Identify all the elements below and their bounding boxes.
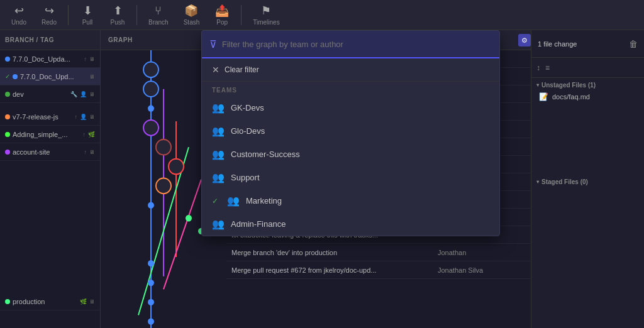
team-item-support[interactable]: 👥 Support: [202, 166, 499, 189]
branch-button[interactable]: ⑂ Branch: [142, 2, 175, 28]
branch-dot: [5, 92, 10, 97]
timelines-label: Timelines: [253, 19, 279, 26]
branch-bottom-spacer: [0, 310, 100, 328]
filter-search-input[interactable]: [222, 40, 492, 49]
trash-button[interactable]: 🗑: [629, 39, 638, 49]
branch-dot: [5, 150, 10, 155]
unstaged-section-label: Unstaged Files (1): [541, 82, 596, 89]
clear-filter-button[interactable]: ✕ Clear filter: [202, 58, 499, 82]
branch-dot: [13, 74, 18, 79]
center-area: GRAPH COMMIT MESSAGE AUTHOR ⚙: [101, 30, 531, 328]
toolbar-separator-1: [68, 5, 69, 25]
team-group-icon: 👥: [212, 148, 225, 160]
section-collapse-icon: ▾: [536, 82, 539, 88]
branch-name: Adding_simple_...: [13, 131, 80, 138]
branch-icon-monitor: 🖥: [89, 298, 95, 305]
branch-name: 7.7.0_Doc_Upda...: [13, 55, 82, 63]
active-check-icon: ✓: [5, 73, 10, 80]
branch-spacer: [0, 103, 100, 108]
undo-button[interactable]: ↩ Undo: [5, 1, 33, 28]
team-name: Support: [231, 173, 260, 182]
file-modified-icon: 📝: [539, 92, 548, 101]
toolbar-separator-2: [136, 5, 137, 25]
right-panel-toolbar: ↕ ≡: [531, 58, 644, 78]
pull-button[interactable]: ⬇ Pull: [74, 1, 101, 28]
unstaged-section: ▾ Unstaged Files (1): [531, 78, 644, 90]
branch-name: v7-7-release-js: [13, 113, 72, 121]
team-item-gk-devs[interactable]: 👥 GK-Devs: [202, 96, 499, 119]
branch-item-1[interactable]: ✓ 7.7.0_Doc_Upd... 🖥: [0, 68, 100, 85]
branch-icon: ⑂: [155, 4, 162, 18]
redo-button[interactable]: ↪ Redo: [35, 1, 63, 28]
view-button[interactable]: ≡: [545, 63, 550, 72]
unstaged-file-name: docs/faq.md: [552, 93, 590, 101]
team-group-icon: 👥: [227, 195, 240, 207]
section-collapse-icon: ▾: [536, 179, 539, 185]
team-check-icon: ✓: [212, 197, 218, 205]
branch-icon-wrench: 🔧: [70, 91, 77, 97]
clear-filter-label: Clear filter: [225, 65, 259, 74]
stash-label: Stash: [184, 19, 200, 26]
filter-overlay: ⊽ ✕ Clear filter TEAMS 👥 GK-Devs 👥 Glo: [101, 30, 531, 328]
staged-section: ▾ Staged Files (0): [531, 175, 644, 187]
branch-icon-up: ↑: [75, 114, 78, 120]
clear-filter-x-icon: ✕: [212, 65, 219, 75]
pull-label: Pull: [82, 19, 93, 26]
unstaged-file-item[interactable]: 📝 docs/faq.md: [531, 90, 644, 104]
branch-name: production: [13, 298, 77, 305]
undo-icon: ↩: [14, 4, 24, 18]
team-item-admin-finance[interactable]: 👥 Admin-Finance: [202, 212, 499, 236]
team-name: GK-Devs: [231, 103, 264, 112]
team-name: Admin-Finance: [231, 219, 286, 229]
push-label: Push: [111, 19, 125, 26]
stash-button[interactable]: 📦 Stash: [177, 1, 206, 28]
branch-item-0[interactable]: 7.7.0_Doc_Upda... ↑ 🖥: [0, 50, 100, 68]
branch-dot: [5, 132, 10, 137]
branch-dot: [5, 114, 10, 119]
push-button[interactable]: ⬆ Push: [104, 1, 131, 28]
stash-icon: 📦: [184, 4, 198, 18]
branch-icon-up: ↑: [84, 149, 87, 155]
pop-icon: 📤: [215, 4, 229, 18]
pop-button[interactable]: 📤 Pop: [208, 1, 236, 28]
main-area: BRANCH / TAG 7.7.0_Doc_Upda... ↑ 🖥 ✓ 7.7…: [0, 30, 644, 328]
branch-item-production[interactable]: production 🌿 🖥: [0, 293, 100, 310]
right-panel-header: 1 file change 🗑: [531, 30, 644, 58]
branch-spacer-bottom: [0, 161, 100, 293]
branch-item-dev[interactable]: dev 🔧 👤 🖥: [0, 85, 100, 103]
branch-panel: BRANCH / TAG 7.7.0_Doc_Upda... ↑ 🖥 ✓ 7.7…: [0, 30, 101, 328]
branch-name: account-site: [13, 148, 82, 156]
team-group-icon: 👥: [212, 102, 225, 114]
branch-item-adding[interactable]: Adding_simple_... ↑ 🌿: [0, 126, 100, 143]
sort-button[interactable]: ↕: [536, 63, 540, 72]
branch-icon-monitor: 🖥: [89, 74, 95, 80]
filter-dropdown: ⊽ ✕ Clear filter TEAMS 👥 GK-Devs 👥 Glo: [201, 30, 500, 236]
branch-icon-user: 👤: [80, 91, 87, 97]
right-spacer: [531, 104, 644, 175]
team-item-marketing[interactable]: ✓ 👥 Marketing: [202, 189, 499, 212]
branch-item-account[interactable]: account-site ↑ 🖥: [0, 143, 100, 161]
toolbar-separator-3: [241, 5, 242, 25]
team-name: Marketing: [246, 196, 282, 205]
staged-section-label: Staged Files (0): [541, 178, 588, 185]
branch-tag-header: BRANCH / TAG: [5, 36, 54, 43]
branch-icon-monitor: 🖥: [89, 56, 95, 62]
team-item-glo-devs[interactable]: 👥 Glo-Devs: [202, 119, 499, 143]
toolbar: ↩ Undo ↪ Redo ⬇ Pull ⬆ Push ⑂ Branch 📦 S…: [0, 0, 644, 30]
branch-item-v7[interactable]: v7-7-release-js ↑ 👤 🖥: [0, 108, 100, 126]
team-name: Glo-Devs: [231, 126, 265, 136]
branch-name: 7.7.0_Doc_Upd...: [20, 73, 87, 80]
team-group-icon: 👥: [212, 172, 225, 183]
branch-col-header: BRANCH / TAG: [0, 30, 100, 50]
branch-icon-monitor: 🖥: [89, 91, 95, 97]
filter-search-bar: ⊽: [202, 31, 499, 58]
undo-label: Undo: [11, 19, 26, 26]
team-name: Customer-Success: [231, 150, 300, 159]
branch-name: dev: [13, 90, 68, 98]
team-group-icon: 👥: [212, 125, 225, 137]
branch-dot: [5, 299, 10, 304]
push-icon: ⬆: [113, 4, 123, 18]
team-item-customer-success[interactable]: 👥 Customer-Success: [202, 143, 499, 166]
timelines-button[interactable]: ⚑ Timelines: [247, 1, 286, 28]
pull-icon: ⬇: [83, 4, 92, 18]
